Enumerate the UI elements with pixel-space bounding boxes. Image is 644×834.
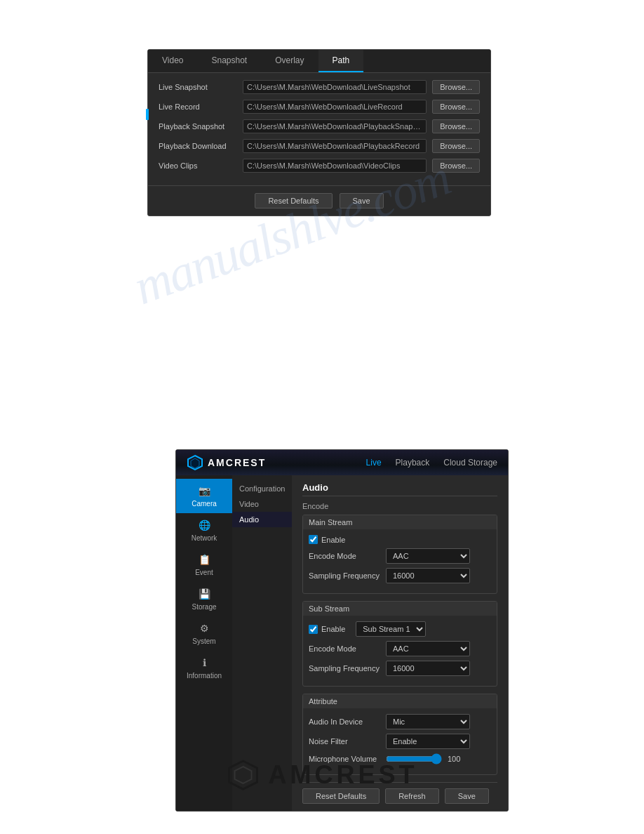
sub-item-configuration[interactable]: Configuration xyxy=(232,481,292,496)
sub-stream-enable-row: Enable Sub Stream 1 Sub Stream 2 xyxy=(309,621,491,637)
audio-in-select[interactable]: Mic Line In xyxy=(386,714,470,729)
sub-stream-enable-checkbox[interactable] xyxy=(309,625,318,634)
playback-snapshot-label: Playback Snapshot xyxy=(159,122,243,131)
main-stream-sampling-label: Sampling Frequency xyxy=(309,571,386,580)
tab-video[interactable]: Video xyxy=(148,50,197,72)
main-stream-box: Main Stream Enable Encode Mode AAC G711A… xyxy=(302,515,497,594)
path-row-playback-snapshot: Playback Snapshot C:\Users\M.Marsh\WebDo… xyxy=(159,119,480,133)
amcrest-footer-text: AMCREST xyxy=(269,760,418,790)
main-stream-enable-checkbox[interactable] xyxy=(309,535,318,544)
sidebar-event-label: Event xyxy=(195,569,213,576)
audio-section-title: Audio xyxy=(302,482,497,496)
active-row-indicator xyxy=(146,109,149,120)
playback-download-browse-btn[interactable]: Browse... xyxy=(432,139,480,153)
amcrest-footer-logo: AMCREST xyxy=(227,758,418,792)
video-clips-value: C:\Users\M.Marsh\WebDownload\VideoClips xyxy=(243,159,427,173)
information-icon: ℹ xyxy=(198,656,210,669)
sub-item-video[interactable]: Video xyxy=(232,496,292,512)
amcrest-footer-icon xyxy=(227,758,260,792)
tab-bar: Video Snapshot Overlay Path xyxy=(148,50,490,73)
main-stream-enable-label: Enable xyxy=(321,536,345,544)
sidebar-item-storage[interactable]: 💾 Storage xyxy=(176,582,232,616)
live-snapshot-browse-btn[interactable]: Browse... xyxy=(432,80,480,94)
sidebar-item-camera[interactable]: 📷 Camera xyxy=(176,479,232,513)
sub-stream-sampling-row: Sampling Frequency 16000 8000 32000 4800… xyxy=(309,661,491,676)
live-record-browse-btn[interactable]: Browse... xyxy=(432,100,480,114)
svg-marker-1 xyxy=(191,458,199,468)
playback-snapshot-browse-btn[interactable]: Browse... xyxy=(432,119,480,133)
tab-overlay[interactable]: Overlay xyxy=(261,50,318,72)
storage-icon: 💾 xyxy=(198,588,210,600)
video-clips-label: Video Clips xyxy=(159,161,243,170)
system-icon: ⚙ xyxy=(198,622,210,635)
camera-icon: 📷 xyxy=(198,484,210,497)
path-row-live-snapshot: Live Snapshot C:\Users\M.Marsh\WebDownlo… xyxy=(159,80,480,94)
sub-stream-encode-mode-label: Encode Mode xyxy=(309,644,386,653)
sub-stream-encode-mode-row: Encode Mode AAC G711A G711U xyxy=(309,641,491,656)
video-clips-browse-btn[interactable]: Browse... xyxy=(432,159,480,173)
event-icon: 📋 xyxy=(198,553,210,566)
sidebar-camera-label: Camera xyxy=(192,500,217,508)
sub-item-audio[interactable]: Audio xyxy=(232,512,292,527)
sidebar-information-label: Information xyxy=(187,672,222,680)
top-reset-defaults-btn[interactable]: Reset Defaults xyxy=(255,193,332,208)
top-path-panel: Video Snapshot Overlay Path Live Snapsho… xyxy=(147,49,491,216)
header-nav: Live Playback Cloud Storage xyxy=(366,458,497,468)
top-panel-actions: Reset Defaults Save xyxy=(148,185,490,216)
amcrest-logo-icon xyxy=(187,454,203,471)
sub-stream-encode-mode-select[interactable]: AAC G711A G711U xyxy=(386,641,470,656)
sidebar-item-system[interactable]: ⚙ System xyxy=(176,616,232,651)
noise-filter-select[interactable]: Enable Disable xyxy=(386,734,470,749)
mic-volume-value: 100 xyxy=(448,755,460,763)
network-icon: 🌐 xyxy=(198,519,210,531)
live-record-value: C:\Users\M.Marsh\WebDownload\LiveRecord xyxy=(243,100,427,114)
main-stream-sampling-select[interactable]: 16000 8000 32000 48000 xyxy=(386,568,470,583)
live-snapshot-value: C:\Users\M.Marsh\WebDownload\LiveSnapsho… xyxy=(243,80,427,94)
sidebar-item-information[interactable]: ℹ Information xyxy=(176,651,232,685)
nav-playback[interactable]: Playback xyxy=(396,458,430,468)
tab-path[interactable]: Path xyxy=(318,50,364,72)
top-save-btn[interactable]: Save xyxy=(340,193,384,208)
svg-marker-2 xyxy=(229,761,257,789)
sidebar-network-label: Network xyxy=(192,534,217,542)
audio-in-row: Audio In Device Mic Line In xyxy=(309,714,491,729)
svg-marker-3 xyxy=(235,767,252,783)
sidebar-system-label: System xyxy=(192,637,215,645)
sub-stream-select[interactable]: Sub Stream 1 Sub Stream 2 xyxy=(356,621,426,637)
sub-stream-sampling-select[interactable]: 16000 8000 32000 48000 xyxy=(386,661,470,676)
nav-live[interactable]: Live xyxy=(366,458,382,468)
path-row-live-record: Live Record C:\Users\M.Marsh\WebDownload… xyxy=(159,100,480,114)
sub-stream-content: Enable Sub Stream 1 Sub Stream 2 Encode … xyxy=(303,616,497,686)
sub-stream-box: Sub Stream Enable Sub Stream 1 Sub Strea… xyxy=(302,601,497,687)
audio-in-label: Audio In Device xyxy=(309,717,386,726)
logo-text: AMCREST xyxy=(208,457,266,468)
path-row-playback-download: Playback Download C:\Users\M.Marsh\WebDo… xyxy=(159,139,480,153)
main-stream-encode-mode-row: Encode Mode AAC G711A G711U xyxy=(309,548,491,564)
bottom-audio-panel: AMCREST Live Playback Cloud Storage 📷 Ca… xyxy=(175,449,509,812)
live-snapshot-label: Live Snapshot xyxy=(159,83,243,91)
noise-filter-row: Noise Filter Enable Disable xyxy=(309,734,491,749)
app-logo: AMCREST xyxy=(187,454,266,471)
live-record-label: Live Record xyxy=(159,102,243,111)
sidebar-item-network[interactable]: 🌐 Network xyxy=(176,513,232,548)
main-stream-encode-mode-label: Encode Mode xyxy=(309,552,386,560)
main-stream-encode-mode-select[interactable]: AAC G711A G711U xyxy=(386,548,470,564)
sidebar-item-event[interactable]: 📋 Event xyxy=(176,548,232,582)
audio-save-btn[interactable]: Save xyxy=(445,788,489,804)
nav-cloud-storage[interactable]: Cloud Storage xyxy=(443,458,497,468)
sidebar-storage-label: Storage xyxy=(192,603,216,611)
tab-snapshot[interactable]: Snapshot xyxy=(197,50,261,72)
sub-stream-title: Sub Stream xyxy=(303,602,497,616)
path-content: Live Snapshot C:\Users\M.Marsh\WebDownlo… xyxy=(148,73,490,185)
app-header: AMCREST Live Playback Cloud Storage xyxy=(176,450,508,475)
path-row-video-clips: Video Clips C:\Users\M.Marsh\WebDownload… xyxy=(159,159,480,173)
sub-stream-enable-label: Enable xyxy=(321,625,345,633)
encode-label: Encode xyxy=(302,502,497,510)
main-stream-title: Main Stream xyxy=(303,515,497,529)
main-stream-sampling-row: Sampling Frequency 16000 8000 32000 4800… xyxy=(309,568,491,583)
main-stream-content: Enable Encode Mode AAC G711A G711U Sampl… xyxy=(303,529,497,593)
playback-download-value: C:\Users\M.Marsh\WebDownload\PlaybackRec… xyxy=(243,139,427,153)
sidebar: 📷 Camera 🌐 Network 📋 Event 💾 Storage ⚙ S… xyxy=(176,475,232,811)
attribute-title: Attribute xyxy=(303,694,497,708)
playback-snapshot-value: C:\Users\M.Marsh\WebDownload\PlaybackSna… xyxy=(243,119,427,133)
